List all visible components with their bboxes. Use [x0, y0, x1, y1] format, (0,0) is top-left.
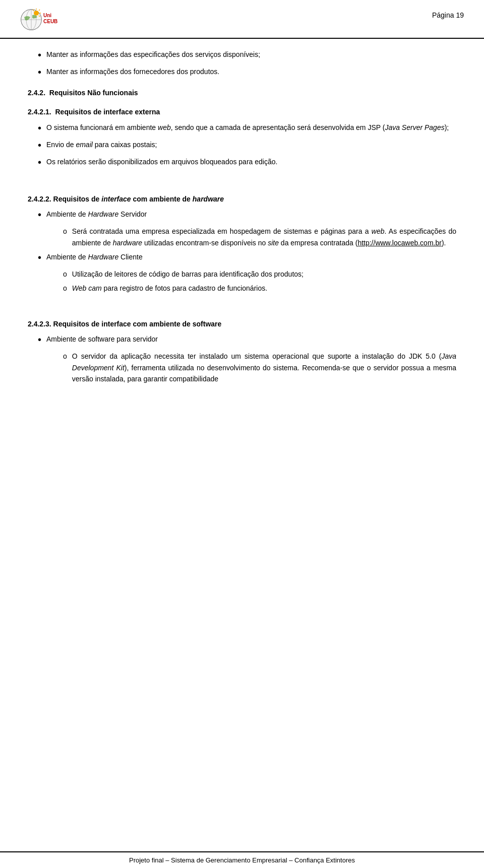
svg-text:Uni: Uni — [43, 13, 51, 18]
section-2422: 2.4.2.2. Requisitos de interface com amb… — [28, 193, 456, 294]
page-container: Uni CEUB Página 19 • Manter as informaçõ… — [0, 0, 484, 868]
bullet-icon: • — [38, 65, 41, 79]
page-number: Página 19 — [432, 6, 464, 19]
logo-area: Uni CEUB — [20, 6, 66, 34]
sub-bullet-text-end: ), ferramenta utilizada no desenvolvimen… — [72, 364, 456, 383]
list-item: • Envio de email para caixas postais; — [28, 139, 456, 152]
sub-bullet-icon: o — [63, 226, 67, 237]
bullet-icon: • — [38, 332, 41, 347]
sub-bullets-client: o Utilização de leitores de código de ba… — [28, 269, 456, 294]
list-item: • Manter as informações dos fornecedores… — [28, 66, 456, 79]
section-2422-number: 2.4.2.2. — [28, 195, 51, 203]
list-item: • Ambiente de software para servidor — [28, 333, 456, 347]
list-item: • Manter as informações das especificaçõ… — [28, 49, 456, 62]
bullet-text: Ambiente de Hardware Cliente — [46, 251, 456, 262]
section-2423-heading: 2.4.2.3. Requisitos de interface com amb… — [28, 318, 456, 329]
sub-bullets-server: o Será contratada uma empresa especializ… — [28, 226, 456, 248]
section-2422-heading: 2.4.2.2. Requisitos de interface com amb… — [28, 193, 456, 205]
top-bullets: • Manter as informações das especificaçõ… — [28, 49, 456, 79]
sub-bullet-text-start: O servidor da aplicação necessita ter in… — [72, 352, 442, 360]
bullet-text: Ambiente de Hardware Servidor — [46, 209, 456, 220]
sub-bullets-software: o O servidor da aplicação necessita ter … — [28, 351, 456, 384]
bullet-text: Os relatórios serão disponibilizados em … — [46, 156, 456, 167]
sub-bullet-icon: o — [63, 283, 67, 294]
bullet-text: O sistema funcionará em ambiente web, se… — [46, 122, 456, 133]
bullet-icon: • — [38, 121, 41, 135]
list-item: o Web cam para registro de fotos para ca… — [63, 283, 456, 294]
svg-point-5 — [34, 11, 39, 16]
sub-bullet-icon: o — [63, 269, 67, 280]
sub-bullet-text: Web cam para registro de fotos para cada… — [72, 283, 456, 294]
section-242-title: Requisitos Não funcionais — [49, 89, 138, 97]
svg-line-7 — [39, 10, 40, 11]
section-2423-title: Requisitos de interface com ambiente de … — [53, 320, 222, 328]
bullet-text: Manter as informações dos fornecedores d… — [46, 66, 456, 77]
sub-bullet-text: Utilização de leitores de código de barr… — [72, 269, 456, 280]
list-item: • Ambiente de Hardware Cliente — [28, 251, 456, 264]
section-2423-number: 2.4.2.3. — [28, 320, 51, 328]
uniceub-logo: Uni CEUB — [20, 6, 66, 34]
footer-text: Projeto final – Sistema de Gerenciamento… — [129, 856, 355, 864]
list-item: o Será contratada uma empresa especializ… — [63, 226, 456, 248]
section-242-number: 2.4.2. — [28, 89, 45, 97]
list-item: o Utilização de leitores de código de ba… — [63, 269, 456, 280]
bullet-icon: • — [38, 138, 41, 152]
bullet-text: Manter as informações das especificações… — [46, 49, 456, 60]
sub-bullet-text: Será contratada uma empresa especializad… — [72, 226, 456, 248]
bullet-text: Envio de email para caixas postais; — [46, 139, 456, 150]
bullet-icon: • — [38, 48, 41, 62]
section-2421-title: Requisitos de interface externa — [55, 108, 160, 116]
main-content: • Manter as informações das especificaçõ… — [0, 39, 484, 851]
sub-bullet-text: O servidor da aplicação necessita ter in… — [72, 351, 456, 384]
list-item: • Os relatórios serão disponibilizados e… — [28, 156, 456, 169]
list-item: • O sistema funcionará em ambiente web, … — [28, 122, 456, 135]
section-2423: 2.4.2.3. Requisitos de interface com amb… — [28, 318, 456, 385]
bullet-icon: • — [38, 208, 41, 222]
section-242-heading: 2.4.2. Requisitos Não funcionais — [28, 87, 456, 98]
section-2421: 2.4.2.1. Requisitos de interface externa… — [28, 106, 456, 169]
footer: Projeto final – Sistema de Gerenciamento… — [0, 851, 484, 868]
bullet-icon: • — [38, 155, 41, 169]
section-242: 2.4.2. Requisitos Não funcionais — [28, 87, 456, 98]
section-2421-number: 2.4.2.1. — [28, 108, 51, 116]
section-2421-heading: 2.4.2.1. Requisitos de interface externa — [28, 106, 456, 117]
sub-bullet-icon: o — [63, 351, 67, 362]
bullet-icon: • — [38, 250, 41, 264]
list-item: o O servidor da aplicação necessita ter … — [63, 351, 456, 384]
locaweb-link: http://www.locaweb.com.br — [357, 239, 442, 247]
header: Uni CEUB Página 19 — [0, 0, 484, 39]
list-item: • Ambiente de Hardware Servidor — [28, 209, 456, 222]
url-suffix: ). — [442, 239, 446, 247]
bullet-text: Ambiente de software para servidor — [46, 333, 456, 345]
svg-text:CEUB: CEUB — [43, 19, 57, 24]
